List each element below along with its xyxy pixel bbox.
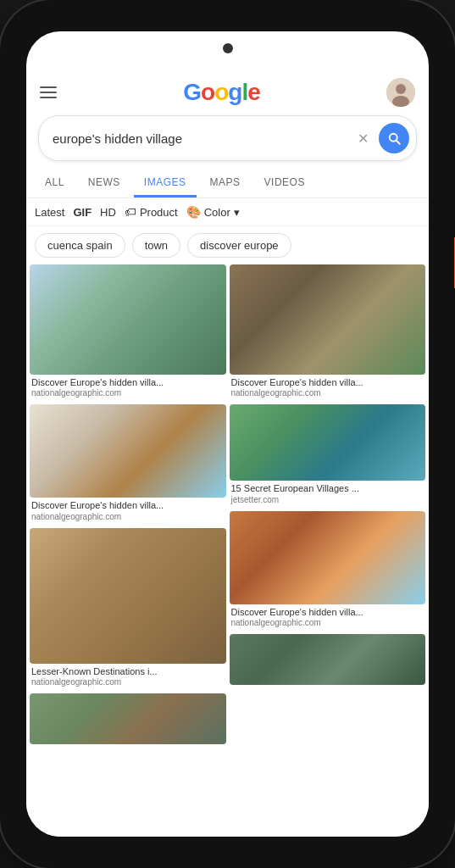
image-caption-3: Discover Europe's hidden villa... [30,499,226,511]
phone-frame: G o o g l e europe's hidden vil [0,0,455,868]
image-item-3[interactable]: Discover Europe's hidden villa... nation… [30,404,226,524]
image-item-5[interactable]: Lesser-Known Destinations i... nationalg… [30,528,226,690]
filter-row: Latest GIF HD 🏷 Product 🎨 Color ▾ [26,198,429,226]
image-grid-col2: Discover Europe's hidden villa... nation… [230,264,426,744]
logo-l: l [241,79,247,106]
image-source-1: nationalgeographic.com [30,388,226,398]
search-query: europe's hidden village [53,131,347,146]
logo-o2: o [214,79,228,106]
suggestion-discover[interactable]: discover europe [187,233,291,258]
image-item-8[interactable] [230,634,426,685]
image-source-4: jetsetter.com [230,495,426,504]
filter-gif[interactable]: GIF [73,206,92,219]
google-logo: G o o g l e [67,79,376,106]
image-caption-2: Discover Europe's hidden villa... [230,376,426,388]
camera-notch [223,43,233,53]
header: G o o g l e [26,70,429,115]
chevron-down-icon: ▾ [234,206,240,219]
nav-tabs: ALL NEWS IMAGES MAPS VIDEOS [26,170,429,198]
user-avatar[interactable] [386,78,415,107]
image-thumbnail-6 [230,511,426,604]
image-item-7[interactable] [30,693,226,744]
image-thumbnail-4 [230,404,426,481]
image-thumbnail-3 [30,404,226,498]
logo-g1: G [183,79,201,106]
search-icon [386,131,402,146]
image-source-2: nationalgeographic.com [230,388,426,398]
screen-content: G o o g l e europe's hidden vil [26,70,429,837]
tab-videos[interactable]: VIDEOS [254,170,315,198]
image-caption-5: Lesser-Known Destinations i... [30,665,226,677]
tab-maps[interactable]: MAPS [200,170,251,198]
menu-icon[interactable] [40,86,57,98]
tab-images[interactable]: IMAGES [134,170,197,198]
logo-g2: g [228,79,241,106]
tab-all[interactable]: ALL [35,170,75,198]
filter-color[interactable]: 🎨 Color ▾ [186,205,240,219]
image-grid: Discover Europe's hidden villa... nation… [26,264,429,744]
search-bar[interactable]: europe's hidden village ✕ [38,115,417,161]
image-thumbnail-7 [30,693,226,744]
svg-point-1 [396,84,406,94]
image-item-2[interactable]: Discover Europe's hidden villa... nation… [230,264,426,401]
filter-hd[interactable]: HD [100,206,116,219]
image-source-6: nationalgeographic.com [230,618,426,627]
color-palette-icon: 🎨 [186,205,201,219]
image-thumbnail-8 [230,634,426,685]
image-item-6[interactable]: Discover Europe's hidden villa... nation… [230,511,426,631]
logo-o1: o [201,79,214,106]
filter-latest[interactable]: Latest [35,206,64,219]
image-caption-6: Discover Europe's hidden villa... [230,606,426,618]
image-item-4[interactable]: 15 Secret European Villages ... jetsette… [230,404,426,507]
image-item-1[interactable]: Discover Europe's hidden villa... nation… [30,264,226,401]
image-caption-4: 15 Secret European Villages ... [230,482,426,494]
suggestion-town[interactable]: town [132,233,180,258]
image-source-5: nationalgeographic.com [30,677,226,687]
image-grid-col1: Discover Europe's hidden villa... nation… [30,264,226,744]
image-caption-1: Discover Europe's hidden villa... [30,376,226,388]
phone-screen: G o o g l e europe's hidden vil [26,31,429,837]
image-thumbnail-1 [30,264,226,375]
product-tag-icon: 🏷 [125,205,136,219]
suggestion-cuenca[interactable]: cuenca spain [35,233,125,258]
image-thumbnail-2 [230,264,426,375]
image-thumbnail-5 [30,528,226,664]
tab-news[interactable]: NEWS [78,170,130,198]
filter-product[interactable]: 🏷 Product [125,205,178,219]
search-button[interactable] [379,123,409,153]
clear-button[interactable]: ✕ [354,129,372,148]
logo-e: e [247,79,260,106]
image-source-3: nationalgeographic.com [30,512,226,521]
suggestion-row: cuenca spain town discover europe [26,226,429,264]
